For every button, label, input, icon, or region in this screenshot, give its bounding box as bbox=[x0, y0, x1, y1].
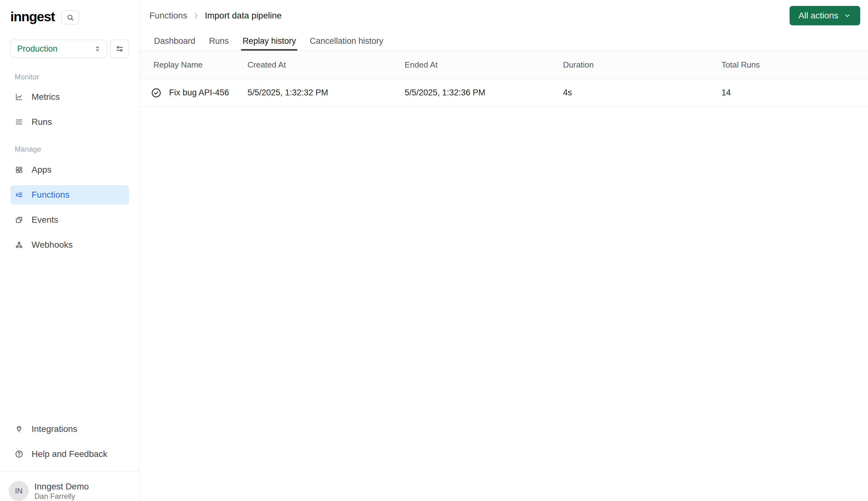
search-button[interactable] bbox=[61, 10, 79, 25]
table-row[interactable]: Fix bug API-456 5/5/2025, 1:32:32 PM 5/5… bbox=[140, 79, 868, 107]
environment-selector[interactable]: Production bbox=[10, 40, 107, 58]
user-org: Inngest Demo bbox=[34, 481, 89, 492]
chevron-up-down-icon bbox=[94, 45, 101, 53]
sidebar-item-label: Webhooks bbox=[32, 240, 73, 250]
sidebar-item-label: Functions bbox=[32, 190, 69, 200]
breadcrumb: Functions Import data pipeline bbox=[149, 11, 282, 21]
sidebar-item-apps[interactable]: Apps bbox=[10, 160, 129, 180]
chevron-down-icon bbox=[843, 12, 851, 20]
sidebar-item-label: Metrics bbox=[32, 92, 60, 102]
column-header-ended-at: Ended At bbox=[405, 60, 563, 70]
sidebar-item-label: Help and Feedback bbox=[32, 449, 108, 459]
environment-settings-button[interactable] bbox=[110, 40, 129, 58]
sidebar-section-monitor: Monitor Metrics bbox=[0, 73, 139, 132]
section-label-monitor: Monitor bbox=[15, 73, 129, 81]
main-content: Functions Import data pipeline All actio… bbox=[140, 0, 868, 501]
sidebar-item-events[interactable]: Events bbox=[10, 210, 129, 230]
breadcrumb-current-page: Import data pipeline bbox=[205, 11, 282, 21]
sidebar-item-label: Events bbox=[32, 215, 58, 225]
functions-icon bbox=[15, 190, 23, 199]
sidebar-item-runs[interactable]: Runs bbox=[10, 112, 129, 132]
tab-dashboard[interactable]: Dashboard bbox=[153, 31, 196, 51]
sidebar-item-integrations[interactable]: Integrations bbox=[10, 419, 129, 439]
sidebar-item-label: Apps bbox=[32, 165, 52, 175]
search-icon bbox=[66, 13, 74, 22]
sidebar: inngest Production bbox=[0, 0, 140, 501]
chart-line-icon bbox=[15, 93, 23, 101]
sidebar-item-label: Runs bbox=[32, 117, 52, 127]
plug-icon bbox=[15, 425, 23, 434]
logo-row: inngest bbox=[0, 0, 139, 26]
chevron-right-icon bbox=[191, 11, 200, 20]
sidebar-item-label: Integrations bbox=[32, 424, 77, 434]
tab-runs[interactable]: Runs bbox=[208, 31, 229, 51]
check-circle-icon bbox=[151, 87, 162, 98]
tab-replay-history[interactable]: Replay history bbox=[242, 31, 297, 51]
environment-value: Production bbox=[17, 44, 57, 54]
section-label-manage: Manage bbox=[15, 145, 129, 153]
sidebar-item-help[interactable]: Help and Feedback bbox=[10, 444, 129, 464]
replay-total-runs: 14 bbox=[722, 88, 868, 98]
column-header-total-runs: Total Runs bbox=[722, 60, 868, 70]
events-icon bbox=[15, 215, 23, 224]
replay-ended-at: 5/5/2025, 1:32:36 PM bbox=[405, 88, 563, 98]
webhooks-icon bbox=[15, 241, 23, 249]
column-header-replay-name: Replay Name bbox=[153, 60, 248, 70]
apps-grid-icon bbox=[15, 166, 23, 174]
replay-name: Fix bug API-456 bbox=[169, 88, 229, 98]
inngest-logo: inngest bbox=[10, 10, 55, 25]
column-header-duration: Duration bbox=[563, 60, 722, 70]
environment-row: Production bbox=[0, 40, 139, 58]
sidebar-footer: Integrations Help and Feedback bbox=[0, 419, 139, 464]
sidebar-spacer bbox=[0, 255, 139, 419]
sidebar-item-webhooks[interactable]: Webhooks bbox=[10, 235, 129, 255]
tab-bar: Dashboard Runs Replay history Cancellati… bbox=[140, 31, 868, 51]
topbar: Functions Import data pipeline All actio… bbox=[140, 0, 868, 31]
sliders-icon bbox=[115, 44, 124, 53]
replay-duration: 4s bbox=[563, 88, 722, 98]
user-menu[interactable]: IN Inngest Demo Dan Farrelly bbox=[0, 472, 139, 501]
all-actions-button[interactable]: All actions bbox=[790, 6, 860, 25]
all-actions-label: All actions bbox=[798, 11, 838, 21]
replay-created-at: 5/5/2025, 1:32:32 PM bbox=[248, 88, 405, 98]
table-header: Replay Name Created At Ended At Duration… bbox=[140, 51, 868, 79]
app-window: inngest Production bbox=[0, 0, 868, 501]
runs-list-icon bbox=[15, 118, 23, 126]
column-header-created-at: Created At bbox=[248, 60, 405, 70]
sidebar-item-functions[interactable]: Functions bbox=[10, 185, 129, 204]
user-name: Dan Farrelly bbox=[34, 492, 89, 501]
sidebar-item-metrics[interactable]: Metrics bbox=[10, 87, 129, 107]
tab-cancellation-history[interactable]: Cancellation history bbox=[309, 31, 384, 51]
avatar: IN bbox=[9, 481, 29, 501]
breadcrumb-functions-link[interactable]: Functions bbox=[149, 11, 187, 21]
help-circle-icon bbox=[15, 450, 23, 458]
sidebar-section-manage: Manage Apps bbox=[0, 145, 139, 255]
